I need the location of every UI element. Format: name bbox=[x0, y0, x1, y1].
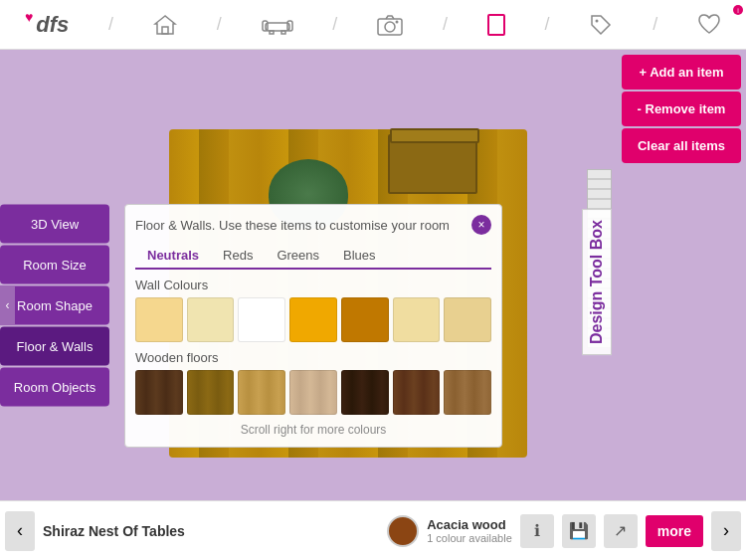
floor-swatch-6[interactable] bbox=[393, 370, 441, 415]
heart-icon bbox=[697, 14, 721, 36]
floor-swatch-2[interactable] bbox=[187, 370, 235, 415]
save-button[interactable]: 💾 bbox=[562, 514, 596, 548]
remove-item-button[interactable]: - Remove item bbox=[622, 92, 741, 126]
sidebar-room-size[interactable]: Room Size bbox=[0, 245, 109, 283]
top-navigation: ♥ dfs / / / / / bbox=[0, 0, 746, 50]
design-tool-box-label: Design Tool Box bbox=[582, 209, 612, 355]
floor-swatch-3[interactable] bbox=[238, 370, 285, 415]
svg-rect-0 bbox=[162, 27, 168, 34]
floor-swatches bbox=[135, 370, 491, 415]
svg-point-7 bbox=[385, 22, 395, 32]
wall-swatch-1[interactable] bbox=[135, 297, 183, 342]
color-swatch-circle[interactable] bbox=[387, 515, 419, 547]
floor-swatch-5[interactable] bbox=[341, 370, 389, 415]
wall-swatch-2[interactable] bbox=[187, 297, 235, 342]
wall-swatch-4[interactable] bbox=[289, 297, 337, 342]
wooden-floors-label: Wooden floors bbox=[135, 350, 491, 365]
panel-close-button[interactable]: × bbox=[471, 215, 491, 235]
nav-camera[interactable] bbox=[367, 9, 413, 41]
scroll-hint: Scroll right for more colours bbox=[135, 423, 491, 437]
wall-swatch-6[interactable] bbox=[393, 297, 441, 342]
prev-item-button[interactable]: ‹ bbox=[5, 511, 35, 551]
color-availability: 1 colour available bbox=[427, 532, 512, 544]
info-button[interactable]: ℹ bbox=[520, 514, 554, 548]
floor-swatch-1[interactable] bbox=[135, 370, 183, 415]
nav-sep-2: / bbox=[217, 14, 222, 35]
tab-neutrals[interactable]: Neutrals bbox=[135, 243, 211, 270]
camera-icon bbox=[377, 14, 403, 36]
svg-point-8 bbox=[396, 20, 399, 23]
tab-blues[interactable]: Blues bbox=[331, 243, 388, 268]
nav-tag[interactable] bbox=[579, 8, 623, 42]
svg-point-10 bbox=[596, 19, 599, 22]
tab-reds[interactable]: Reds bbox=[211, 243, 265, 268]
wall-colour-swatches bbox=[135, 297, 491, 342]
sofa-icon bbox=[262, 15, 293, 35]
nav-frame[interactable] bbox=[477, 9, 515, 41]
nav-sep-6: / bbox=[653, 14, 657, 35]
nav-sep-3: / bbox=[332, 14, 337, 35]
info-badge: i bbox=[737, 7, 739, 14]
nav-sep-4: / bbox=[443, 14, 448, 35]
floor-swatch-4[interactable] bbox=[289, 370, 337, 415]
bottom-bar: ‹ Shiraz Nest Of Tables Acacia wood 1 co… bbox=[0, 500, 746, 560]
right-action-panel: + Add an item - Remove item Clear all it… bbox=[617, 50, 746, 168]
panel-title: Floor & Walls. Use these items to custom… bbox=[135, 218, 450, 233]
add-item-button[interactable]: + Add an item bbox=[622, 55, 741, 90]
svg-rect-5 bbox=[281, 31, 285, 34]
color-name: Acacia wood bbox=[427, 517, 512, 532]
nav-home[interactable] bbox=[143, 9, 187, 41]
logo-text: dfs bbox=[36, 12, 69, 38]
color-tabs: Neutrals Reds Greens Blues bbox=[135, 243, 491, 270]
share-button[interactable]: ↗ bbox=[604, 514, 638, 548]
tag-icon bbox=[589, 13, 613, 37]
wall-colours-label: Wall Colours bbox=[135, 278, 491, 292]
wall-swatch-3[interactable] bbox=[238, 297, 285, 342]
wall-swatch-5[interactable] bbox=[341, 297, 389, 342]
sidebar-3d-view[interactable]: 3D View bbox=[0, 204, 109, 243]
chest-lid bbox=[390, 128, 479, 143]
left-sidebar: 3D View Room Size Room Shape Floor & Wal… bbox=[0, 204, 119, 406]
frame-icon bbox=[487, 14, 505, 36]
sidebar-room-shape[interactable]: Room Shape bbox=[0, 285, 109, 324]
home-icon bbox=[153, 14, 177, 36]
main-area: + Add an item - Remove item Clear all it… bbox=[0, 50, 746, 560]
svg-rect-1 bbox=[266, 23, 289, 31]
panel-header: Floor & Walls. Use these items to custom… bbox=[135, 215, 491, 235]
clear-all-button[interactable]: Clear all items bbox=[622, 128, 741, 163]
sidebar-floor-walls[interactable]: Floor & Walls bbox=[0, 326, 109, 365]
svg-rect-4 bbox=[270, 31, 274, 34]
logo-heart: ♥ bbox=[25, 9, 33, 25]
nav-sep-5: / bbox=[545, 14, 550, 35]
nav-sep-1: / bbox=[108, 14, 113, 35]
sidebar-collapse-arrow[interactable]: ‹ bbox=[0, 285, 15, 325]
chest-furniture bbox=[388, 134, 477, 194]
chevron-left-icon: ‹ bbox=[6, 298, 10, 312]
floor-walls-panel: Floor & Walls. Use these items to custom… bbox=[124, 204, 502, 448]
nav-sofa[interactable] bbox=[252, 10, 303, 40]
dfs-logo[interactable]: ♥ dfs bbox=[15, 7, 79, 43]
floor-swatch-7[interactable] bbox=[444, 370, 491, 415]
bottom-item-name: Shiraz Nest Of Tables bbox=[43, 523, 379, 539]
tab-greens[interactable]: Greens bbox=[265, 243, 331, 268]
wall-swatch-7[interactable] bbox=[444, 297, 491, 342]
save-icon: 💾 bbox=[569, 521, 589, 540]
more-button[interactable]: more bbox=[646, 515, 703, 547]
nav-favourite[interactable]: i bbox=[687, 9, 731, 41]
share-icon: ↗ bbox=[614, 521, 627, 540]
color-info: Acacia wood 1 colour available bbox=[427, 517, 512, 544]
sidebar-room-objects[interactable]: Room Objects bbox=[0, 367, 109, 406]
next-item-button[interactable]: › bbox=[711, 511, 741, 551]
info-icon: ℹ bbox=[534, 521, 540, 540]
svg-rect-9 bbox=[488, 15, 504, 35]
